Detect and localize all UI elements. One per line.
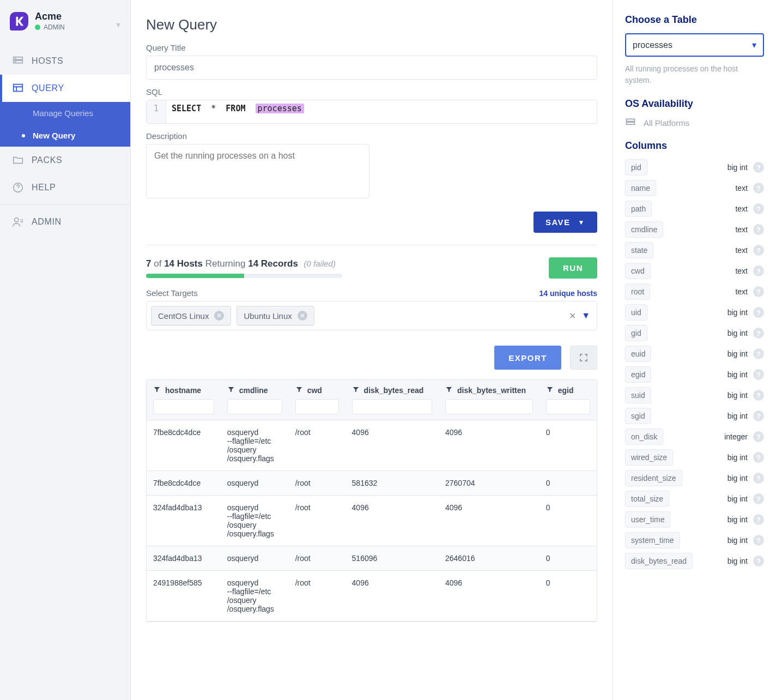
target-chip[interactable]: Ubuntu Linux✕ [237, 306, 314, 325]
save-button[interactable]: SAVE ▼ [534, 212, 597, 233]
help-icon[interactable]: ? [753, 162, 764, 173]
nav-item-query[interactable]: QUERY [0, 75, 130, 102]
table-description: All running processes on the host system… [625, 63, 764, 86]
column-type: text? [735, 245, 764, 256]
nav-item-help[interactable]: HELP [0, 174, 130, 201]
cell-hostname: 7fbe8cdc4dce [147, 420, 221, 471]
progress-bar-fill [146, 274, 244, 278]
column-header-cwd[interactable]: cwd [289, 380, 345, 420]
column-label: hostname [165, 386, 201, 395]
chevron-down-icon[interactable]: ▾ [116, 20, 120, 30]
column-name-badge: egid [625, 366, 651, 383]
column-type: big int? [728, 452, 764, 463]
column-row: gidbig int? [625, 325, 764, 341]
column-header-disk_bytes_written[interactable]: disk_bytes_written [439, 380, 539, 420]
column-row: cwdtext? [625, 263, 764, 279]
nav-sub-new-query[interactable]: New Query [0, 124, 130, 147]
help-icon[interactable]: ? [753, 431, 764, 442]
column-type: big int? [728, 556, 764, 566]
hosts-returning-word: Returning [205, 258, 246, 269]
column-row: user_timebig int? [625, 511, 764, 528]
table-row[interactable]: 324fad4dba13osqueryd--flagfile=/etc/osqu… [147, 496, 597, 546]
column-header-hostname[interactable]: hostname [147, 380, 221, 420]
help-icon[interactable]: ? [753, 390, 764, 401]
query-title-input[interactable] [146, 56, 597, 80]
column-name-badge: total_size [625, 491, 669, 507]
help-icon[interactable]: ? [753, 348, 764, 359]
chevron-down-icon: ▾ [752, 40, 756, 50]
help-icon[interactable]: ? [753, 286, 764, 297]
help-icon[interactable]: ? [753, 183, 764, 194]
remove-chip-icon[interactable]: ✕ [214, 311, 224, 321]
column-filter-input[interactable] [227, 399, 282, 414]
help-icon[interactable]: ? [753, 473, 764, 484]
app-logo [10, 12, 28, 31]
column-name-badge: system_time [625, 532, 680, 548]
nav-item-hosts[interactable]: HOSTS [0, 47, 130, 75]
svg-point-2 [15, 58, 16, 59]
nav-sub-manage-queries[interactable]: Manage Queries [0, 102, 130, 124]
column-type: big int? [728, 390, 764, 401]
column-filter-input[interactable] [352, 399, 432, 414]
org-header[interactable]: Acme ADMIN ▾ [0, 0, 130, 44]
table-row[interactable]: 2491988ef585osqueryd--flagfile=/etc/osqu… [147, 571, 597, 621]
table-row[interactable]: 324fad4dba13osqueryd/root51609626460160 [147, 546, 597, 571]
nav-item-packs[interactable]: PACKS [0, 147, 130, 174]
column-filter-input[interactable] [295, 399, 339, 414]
column-name-badge: on_disk [625, 429, 663, 445]
os-availability-value: All Platforms [625, 117, 764, 128]
remove-chip-icon[interactable]: ✕ [298, 311, 307, 321]
targets-input[interactable]: CentOS Linux✕Ubuntu Linux✕ ✕ ▼ [146, 301, 597, 330]
column-header-cmdline[interactable]: cmdline [221, 380, 289, 420]
help-icon[interactable]: ? [753, 556, 764, 566]
fullscreen-button[interactable] [570, 346, 597, 370]
target-chip[interactable]: CentOS Linux✕ [151, 306, 231, 325]
chevron-down-icon[interactable]: ▼ [581, 311, 590, 321]
org-name: Acme [35, 11, 65, 22]
sql-editor[interactable]: 1 SELECT * FROM processes [146, 100, 597, 124]
filter-icon[interactable] [352, 385, 360, 395]
export-button[interactable]: EXPORT [494, 346, 561, 370]
help-icon[interactable]: ? [753, 265, 764, 276]
help-icon[interactable]: ? [753, 535, 764, 546]
help-icon[interactable]: ? [753, 328, 764, 339]
run-button[interactable]: RUN [549, 257, 597, 279]
filter-icon[interactable] [445, 385, 453, 395]
cell-egid: 0 [539, 420, 597, 471]
column-header-egid[interactable]: egid [539, 380, 597, 420]
table-row[interactable]: 7fbe8cdc4dceosqueryd--flagfile=/etc/osqu… [147, 420, 597, 471]
filter-icon[interactable] [153, 385, 161, 395]
column-row: pidbig int? [625, 159, 764, 176]
column-filter-input[interactable] [153, 399, 214, 414]
help-icon[interactable]: ? [753, 307, 764, 318]
column-header-disk_bytes_read[interactable]: disk_bytes_read [345, 380, 439, 420]
help-icon[interactable]: ? [753, 369, 764, 380]
table-select[interactable]: processes ▾ [625, 33, 764, 57]
help-icon[interactable]: ? [753, 514, 764, 525]
column-type: big int? [728, 162, 764, 173]
description-input[interactable] [146, 144, 369, 198]
column-row: system_timebig int? [625, 532, 764, 548]
clear-targets-icon[interactable]: ✕ [569, 311, 576, 321]
cell-disk_bytes_written: 4096 [439, 496, 539, 546]
column-type: big int? [728, 307, 764, 318]
help-icon[interactable]: ? [753, 224, 764, 235]
sql-from-kw: FROM [226, 104, 245, 113]
column-filter-input[interactable] [546, 399, 590, 414]
help-icon[interactable]: ? [753, 203, 764, 214]
help-icon[interactable]: ? [753, 245, 764, 256]
filter-icon[interactable] [227, 385, 235, 395]
results-table[interactable]: hostnamecmdlinecwddisk_bytes_readdisk_by… [146, 379, 597, 622]
help-icon[interactable]: ? [753, 493, 764, 504]
column-filter-input[interactable] [445, 399, 533, 414]
column-row: roottext? [625, 283, 764, 300]
help-icon[interactable]: ? [753, 411, 764, 421]
unique-hosts-link[interactable]: 14 unique hosts [539, 289, 597, 298]
filter-icon[interactable] [546, 385, 554, 395]
help-icon[interactable]: ? [753, 452, 764, 463]
filter-icon[interactable] [295, 385, 303, 395]
column-row: uidbig int? [625, 304, 764, 321]
nav-item-admin[interactable]: ADMIN [0, 208, 130, 236]
table-row[interactable]: 7fbe8cdc4dceosqueryd/root58163227607040 [147, 471, 597, 496]
sql-code[interactable]: SELECT * FROM processes [166, 100, 310, 123]
